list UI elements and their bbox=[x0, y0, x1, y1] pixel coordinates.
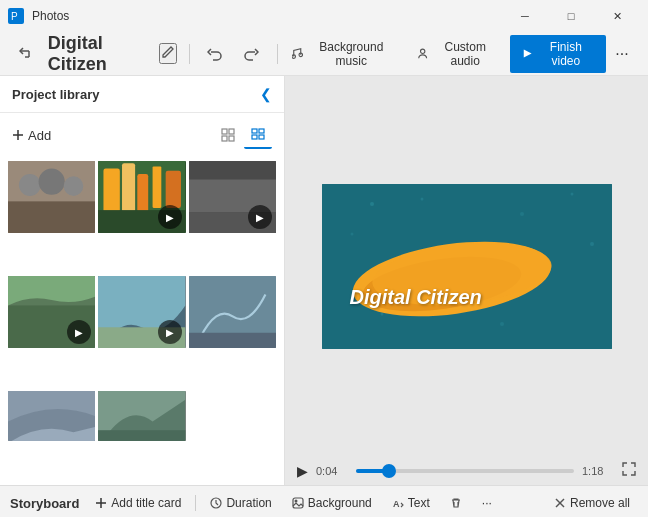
svg-rect-28 bbox=[153, 166, 162, 207]
titlebar-title: Photos bbox=[32, 9, 69, 23]
svg-rect-14 bbox=[252, 129, 257, 133]
video-title-text: Digital Citizen bbox=[350, 286, 482, 309]
svg-point-48 bbox=[590, 242, 594, 246]
svg-rect-26 bbox=[138, 174, 149, 212]
add-title-card-button[interactable]: Add title card bbox=[87, 492, 189, 514]
svg-rect-15 bbox=[259, 129, 264, 133]
svg-rect-11 bbox=[229, 129, 234, 134]
edit-title-button[interactable] bbox=[159, 43, 177, 64]
remove-all-button[interactable]: Remove all bbox=[546, 492, 638, 514]
svg-rect-17 bbox=[259, 135, 264, 139]
svg-point-46 bbox=[570, 192, 573, 195]
seek-thumb[interactable] bbox=[382, 464, 396, 478]
duration-label: Duration bbox=[226, 496, 271, 510]
undo-button[interactable] bbox=[201, 38, 229, 70]
more-storyboard-button[interactable]: ··· bbox=[474, 492, 500, 514]
media-item-7[interactable] bbox=[8, 391, 95, 441]
play-overlay-2: ▶ bbox=[158, 205, 182, 229]
finish-video-label: Finish video bbox=[538, 40, 594, 68]
close-button[interactable]: ✕ bbox=[594, 0, 640, 32]
svg-point-58 bbox=[294, 500, 297, 503]
video-preview: Digital Citizen bbox=[285, 76, 648, 456]
background-button[interactable]: Background bbox=[284, 492, 380, 514]
custom-audio-button[interactable]: Custom audio bbox=[407, 35, 508, 73]
svg-text:A: A bbox=[393, 499, 400, 509]
storyboard-toolbar: Storyboard Add title card Duration Backg… bbox=[0, 486, 648, 517]
delete-button[interactable] bbox=[442, 493, 470, 513]
media-item-6[interactable] bbox=[189, 276, 276, 348]
fullscreen-button[interactable] bbox=[622, 462, 636, 479]
maximize-button[interactable]: □ bbox=[548, 0, 594, 32]
custom-audio-label: Custom audio bbox=[433, 40, 498, 68]
media-item-3[interactable]: ▶ bbox=[189, 161, 276, 233]
panel-title: Project library bbox=[12, 87, 99, 102]
svg-rect-10 bbox=[222, 129, 227, 134]
svg-point-50 bbox=[380, 312, 383, 315]
media-item-8[interactable] bbox=[98, 391, 185, 441]
minimize-button[interactable]: ─ bbox=[502, 0, 548, 32]
redo-button[interactable] bbox=[237, 38, 265, 70]
play-button[interactable]: ▶ bbox=[297, 463, 308, 479]
svg-rect-22 bbox=[8, 201, 95, 233]
video-canvas: Digital Citizen bbox=[322, 184, 612, 349]
media-item-4[interactable]: ▶ bbox=[8, 276, 95, 348]
storyboard-section: Storyboard Add title card Duration Backg… bbox=[0, 485, 648, 517]
current-time: 0:04 bbox=[316, 465, 348, 477]
seek-bar[interactable] bbox=[356, 469, 574, 473]
svg-point-21 bbox=[64, 176, 84, 196]
separator1 bbox=[189, 44, 190, 64]
text-label: Text bbox=[408, 496, 430, 510]
svg-rect-41 bbox=[98, 430, 185, 441]
svg-point-44 bbox=[420, 197, 423, 200]
sb-sep1 bbox=[195, 495, 196, 511]
remove-all-label: Remove all bbox=[570, 496, 630, 510]
svg-rect-57 bbox=[293, 498, 303, 508]
svg-point-20 bbox=[39, 169, 65, 195]
add-title-card-label: Add title card bbox=[111, 496, 181, 510]
svg-point-47 bbox=[350, 232, 353, 235]
app-header: Digital Citizen Background music Custom … bbox=[0, 32, 648, 76]
storyboard-title: Storyboard bbox=[10, 496, 79, 511]
media-grid: ▶ ▶ ▶ bbox=[0, 157, 284, 485]
more-options-button[interactable]: ··· bbox=[608, 38, 636, 70]
svg-rect-25 bbox=[122, 163, 135, 212]
header-right: Background music Custom audio Finish vid… bbox=[282, 35, 636, 73]
play-overlay-5: ▶ bbox=[158, 320, 182, 344]
grid-view-button[interactable] bbox=[214, 121, 242, 149]
right-panel: Digital Citizen ▶ 0:04 1:18 bbox=[285, 76, 648, 485]
text-button[interactable]: A Text bbox=[384, 492, 438, 514]
separator2 bbox=[277, 44, 278, 64]
panel-header: Project library ❮ bbox=[0, 76, 284, 113]
background-label: Background bbox=[308, 496, 372, 510]
play-overlay-3: ▶ bbox=[248, 205, 272, 229]
add-media-button[interactable]: Add bbox=[12, 128, 51, 143]
svg-rect-12 bbox=[222, 136, 227, 141]
titlebar-left: P Photos bbox=[8, 8, 69, 24]
media-item-5[interactable]: ▶ bbox=[98, 276, 185, 348]
svg-point-45 bbox=[520, 212, 524, 216]
titlebar: P Photos ─ □ ✕ bbox=[0, 0, 648, 32]
library-toolbar: Add bbox=[0, 113, 284, 157]
media-item-2[interactable]: ▶ bbox=[98, 161, 185, 233]
list-view-button[interactable] bbox=[244, 121, 272, 149]
svg-point-19 bbox=[19, 174, 41, 196]
svg-point-43 bbox=[370, 202, 374, 206]
duration-button[interactable]: Duration bbox=[202, 492, 279, 514]
app-icon: P bbox=[8, 8, 24, 24]
svg-text:P: P bbox=[11, 11, 18, 22]
background-music-button[interactable]: Background music bbox=[282, 35, 405, 73]
back-button[interactable] bbox=[12, 38, 40, 70]
svg-rect-38 bbox=[189, 333, 276, 348]
total-time: 1:18 bbox=[582, 465, 614, 477]
view-toggle bbox=[214, 121, 272, 149]
finish-video-button[interactable]: Finish video bbox=[510, 35, 606, 73]
main-content: Project library ❮ Add bbox=[0, 76, 648, 485]
media-item-1[interactable] bbox=[8, 161, 95, 233]
collapse-panel-button[interactable]: ❮ bbox=[260, 86, 272, 102]
svg-rect-16 bbox=[252, 135, 257, 139]
playback-controls: ▶ 0:04 1:18 bbox=[285, 456, 648, 485]
svg-rect-29 bbox=[166, 171, 181, 208]
titlebar-controls: ─ □ ✕ bbox=[502, 0, 640, 32]
svg-point-49 bbox=[500, 322, 504, 326]
add-label: Add bbox=[28, 128, 51, 143]
